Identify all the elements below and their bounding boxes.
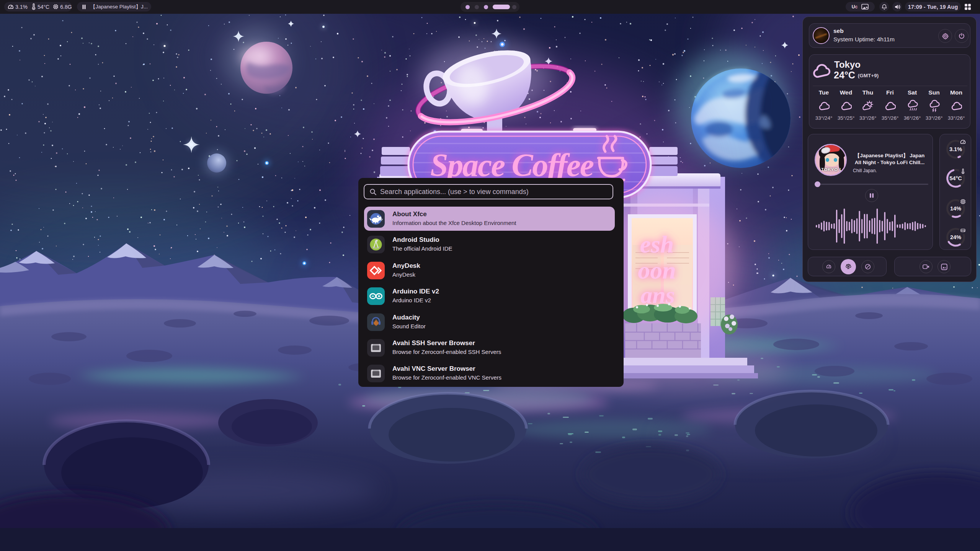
svg-text:24%: 24% [950, 234, 961, 240]
svg-text:3.1%: 3.1% [949, 146, 962, 152]
svg-text:esh: esh [640, 231, 674, 258]
svg-text:54°C: 54°C [949, 175, 962, 181]
svg-text:oon: oon [638, 257, 676, 284]
svg-text:14%: 14% [950, 205, 961, 212]
